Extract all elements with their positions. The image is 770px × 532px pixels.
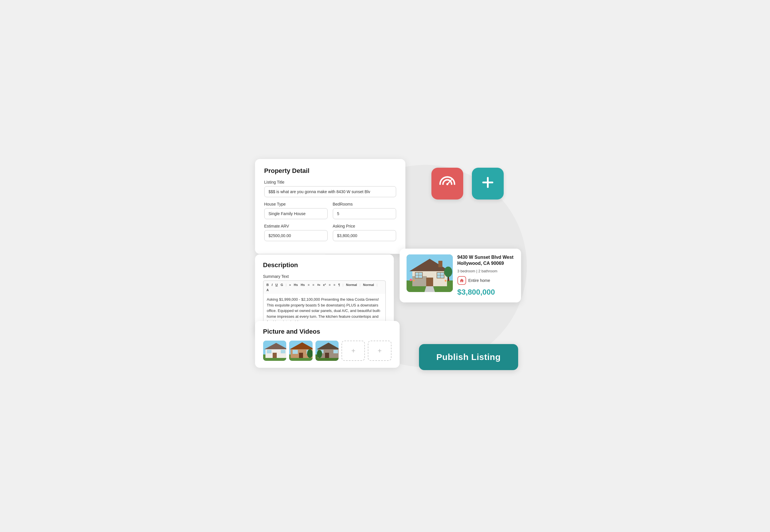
summary-label: Summary Text bbox=[263, 274, 386, 279]
bedrooms-input[interactable] bbox=[333, 208, 396, 219]
toolbar-quote[interactable]: » bbox=[288, 283, 292, 287]
listing-beds-baths: 3 bedroom | 2 bathroom bbox=[457, 269, 514, 273]
description-card-title: Description bbox=[263, 261, 386, 269]
toolbar-italic[interactable]: I bbox=[271, 283, 273, 287]
toolbar-normal1[interactable]: Normal bbox=[345, 283, 358, 287]
svg-point-20 bbox=[445, 280, 446, 282]
toolbar-bold[interactable]: B bbox=[266, 283, 270, 287]
description-text: Asking $1,999,000 - $2,100,000 Presentin… bbox=[267, 297, 381, 324]
toolbar-list2[interactable]: ≡ bbox=[312, 283, 315, 287]
pictures-card: Picture and Videos bbox=[255, 321, 400, 368]
svg-rect-35 bbox=[299, 353, 303, 358]
toolbar-hs1[interactable]: Hs bbox=[293, 283, 299, 287]
svg-rect-28 bbox=[273, 353, 277, 358]
svg-rect-9 bbox=[426, 278, 433, 286]
estimate-arv-input[interactable] bbox=[264, 230, 328, 241]
listing-address: 9430 W Sunset Blvd West Hollywood, CA 90… bbox=[457, 254, 514, 267]
photo-thumb-3[interactable] bbox=[315, 341, 339, 361]
house-type-label: House Type bbox=[264, 202, 328, 206]
toolbar-underline[interactable]: U bbox=[275, 283, 279, 287]
svg-rect-29 bbox=[267, 350, 272, 353]
dashboard-icon[interactable] bbox=[431, 168, 463, 199]
svg-rect-30 bbox=[281, 350, 285, 353]
svg-rect-45 bbox=[333, 350, 338, 353]
listing-type-row: Entire home bbox=[457, 276, 514, 285]
toolbar-indent1[interactable]: ≡ bbox=[328, 283, 331, 287]
svg-rect-36 bbox=[293, 350, 298, 354]
asking-price-label: Asking Price bbox=[333, 224, 396, 228]
property-detail-card: Property Detail Listing Title House Type… bbox=[255, 159, 405, 254]
svg-point-46 bbox=[317, 350, 322, 358]
property-card-title: Property Detail bbox=[264, 167, 396, 175]
toolbar-hs2[interactable]: Hs bbox=[300, 283, 306, 287]
photo-thumb-2[interactable] bbox=[289, 341, 313, 361]
toolbar-normal2[interactable]: Normal bbox=[362, 283, 375, 287]
listing-image bbox=[407, 254, 453, 292]
estimate-arv-label: Estimate ARV bbox=[264, 224, 328, 228]
svg-point-1 bbox=[446, 183, 448, 185]
toolbar-list1[interactable]: ≡ bbox=[307, 283, 310, 287]
toolbar-sub[interactable]: x₂ bbox=[316, 282, 321, 287]
add-icon[interactable] bbox=[472, 168, 504, 199]
add-photo-button-2[interactable]: + bbox=[368, 341, 391, 361]
toolbar-paragraph[interactable]: ¶ bbox=[337, 283, 341, 287]
toolbar-sup[interactable]: x² bbox=[322, 283, 327, 287]
svg-point-22 bbox=[444, 267, 452, 277]
svg-rect-16 bbox=[438, 261, 442, 267]
svg-rect-43 bbox=[325, 353, 329, 358]
house-type-input[interactable] bbox=[264, 208, 328, 219]
toolbar-indent2[interactable]: ≡ bbox=[333, 283, 336, 287]
bedrooms-label: BedRooms bbox=[333, 202, 396, 206]
asking-price-input[interactable] bbox=[333, 230, 396, 241]
toolbar-g[interactable]: G bbox=[280, 283, 284, 287]
listing-info: 9430 W Sunset Blvd West Hollywood, CA 90… bbox=[457, 254, 514, 297]
listing-title-input[interactable] bbox=[264, 186, 396, 197]
pictures-card-title: Picture and Videos bbox=[263, 328, 392, 335]
listing-title-label: Listing Title bbox=[264, 180, 396, 184]
home-type-icon bbox=[457, 276, 466, 285]
svg-marker-23 bbox=[424, 286, 435, 292]
listing-preview-card: 9430 W Sunset Blvd West Hollywood, CA 90… bbox=[400, 249, 521, 302]
listing-price: $3,800,000 bbox=[457, 288, 514, 297]
add-photo-button-1[interactable]: + bbox=[341, 341, 365, 361]
listing-type-label: Entire home bbox=[468, 278, 490, 283]
toolbar-font[interactable]: A bbox=[266, 288, 270, 292]
editor-toolbar[interactable]: B I U G | » Hs Hs ≡ ≡ x₂ x² ≡ ≡ ¶ | Norm… bbox=[263, 280, 386, 294]
publish-listing-button[interactable]: Publish Listing bbox=[419, 344, 518, 370]
svg-point-17 bbox=[410, 279, 412, 281]
photo-grid: + + bbox=[263, 341, 392, 361]
svg-point-18 bbox=[413, 280, 415, 281]
photo-thumb-1[interactable] bbox=[263, 341, 287, 361]
